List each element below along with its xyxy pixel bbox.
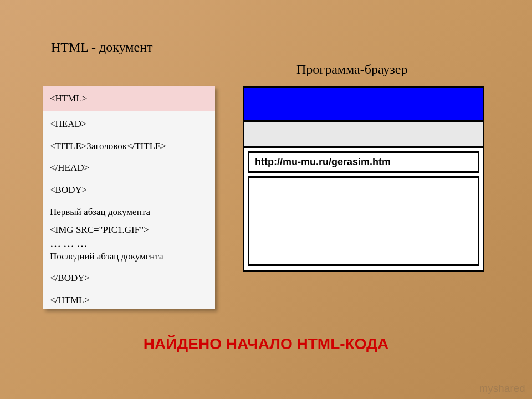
- caption-found-html-start: НАЙДЕНО НАЧАЛО HTML-КОДА: [0, 335, 532, 353]
- code-html-close: </HTML>: [43, 291, 215, 309]
- browser-content-area: [248, 176, 479, 266]
- html-code-panel: <HTML> <HEAD> <TITLE>Заголовок</TITLE> <…: [43, 86, 215, 309]
- code-img-tag: <IMG SRC="PIC1.GIF">: [43, 221, 215, 239]
- browser-titlebar: [244, 88, 483, 120]
- code-last-para: Последний абзац документа: [43, 248, 215, 265]
- browser-menubar: [244, 120, 483, 148]
- watermark: myshared: [479, 383, 525, 395]
- code-spacer: [43, 199, 215, 203]
- title-browser: Программа-браузер: [296, 62, 407, 77]
- code-body-close: </BODY>: [43, 269, 215, 287]
- code-head-open: <HEAD>: [43, 115, 215, 133]
- code-title-line: <TITLE>Заголовок</TITLE>: [43, 137, 215, 155]
- code-body-open: <BODY>: [43, 181, 215, 199]
- code-spacer: [43, 111, 215, 115]
- title-html-document: HTML - документ: [51, 40, 152, 55]
- code-html-open: <HTML>: [43, 86, 215, 111]
- code-spacer: [43, 287, 215, 291]
- code-spacer: [43, 265, 215, 269]
- code-spacer: [43, 133, 215, 137]
- code-head-close: </HEAD>: [43, 159, 215, 177]
- browser-address-bar[interactable]: http://mu-mu.ru/gerasim.htm: [248, 151, 479, 173]
- code-spacer: [43, 177, 215, 181]
- browser-window: http://mu-mu.ru/gerasim.htm: [243, 86, 484, 272]
- code-dots: ………: [43, 239, 215, 248]
- code-first-para: Первый абзац документа: [43, 203, 215, 221]
- code-spacer: [43, 155, 215, 159]
